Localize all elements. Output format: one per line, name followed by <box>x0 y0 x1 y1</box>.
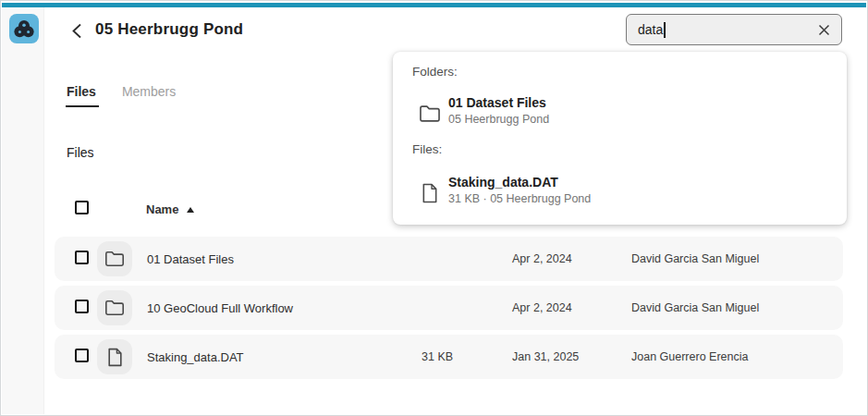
file-modified-date: Apr 2, 2024 <box>512 301 572 314</box>
result-subtitle: 05 Heerbrugg Pond <box>448 113 549 126</box>
file-name: 01 Dataset Files <box>147 252 234 266</box>
result-title: 01 Dataset Files <box>448 95 546 110</box>
folder-icon <box>418 104 442 123</box>
results-files-label: Files: <box>412 142 442 156</box>
sidebar <box>2 7 44 414</box>
file-icon <box>107 348 123 367</box>
clear-search-button[interactable] <box>815 21 832 38</box>
search-result-file[interactable]: Staking_data.DAT 31 KB · 05 Heerbrugg Po… <box>393 172 847 214</box>
results-folders-label: Folders: <box>412 65 458 79</box>
file-modified-date: Jan 31, 2025 <box>512 350 579 363</box>
search-results-dropdown: Folders: 01 Dataset Files 05 Heerbrugg P… <box>393 52 847 225</box>
tab-members[interactable]: Members <box>122 84 176 107</box>
back-button[interactable] <box>67 21 86 40</box>
search-input[interactable]: data <box>626 14 842 45</box>
folder-icon <box>104 251 125 267</box>
file-name: 10 GeoCloud Full Workflow <box>147 301 293 315</box>
file-size: 31 KB <box>422 350 453 363</box>
search-result-folder[interactable]: 01 Dataset Files 05 Heerbrugg Pond <box>393 92 847 135</box>
file-type-chip <box>97 339 132 374</box>
result-title: Staking_data.DAT <box>448 175 558 190</box>
folder-icon <box>104 300 125 316</box>
table-row[interactable]: 10 GeoCloud Full Workflow Apr 2, 2024 Da… <box>55 286 843 330</box>
file-type-chip <box>97 290 132 325</box>
file-owner: Joan Guerrero Erencia <box>631 350 748 363</box>
page-title: 05 Heerbrugg Pond <box>95 20 243 39</box>
file-owner: David Garcia San Miguel <box>631 252 759 265</box>
column-header-name[interactable]: Name <box>146 202 194 216</box>
result-subtitle: 31 KB · 05 Heerbrugg Pond <box>448 192 591 205</box>
search-input-value: data <box>638 22 663 37</box>
top-accent-bar <box>2 3 866 7</box>
tab-files[interactable]: Files <box>67 84 96 107</box>
column-header-name-label: Name <box>146 202 178 216</box>
app-logo-icon <box>13 18 35 39</box>
row-checkbox[interactable] <box>75 300 89 313</box>
file-name: Staking_data.DAT <box>147 350 244 364</box>
geocloud-window: 05 Heerbrugg Pond data Files Members Fil… <box>0 0 868 416</box>
files-section-label: Files <box>67 145 94 160</box>
text-caret <box>664 22 666 38</box>
file-owner: David Garcia San Miguel <box>631 301 759 314</box>
file-type-chip <box>97 241 132 276</box>
chevron-left-icon <box>71 23 82 39</box>
file-modified-date: Apr 2, 2024 <box>512 252 572 265</box>
close-icon <box>818 24 830 36</box>
sort-ascending-icon <box>187 207 194 213</box>
tab-bar: Files Members <box>67 84 176 107</box>
select-all-checkbox[interactable] <box>75 201 89 214</box>
row-checkbox[interactable] <box>75 349 89 362</box>
table-row[interactable]: Staking_data.DAT 31 KB Jan 31, 2025 Joan… <box>55 335 843 379</box>
table-row[interactable]: 01 Dataset Files Apr 2, 2024 David Garci… <box>55 237 843 281</box>
file-icon <box>418 183 442 204</box>
app-logo[interactable] <box>9 14 39 43</box>
row-checkbox[interactable] <box>75 251 89 264</box>
